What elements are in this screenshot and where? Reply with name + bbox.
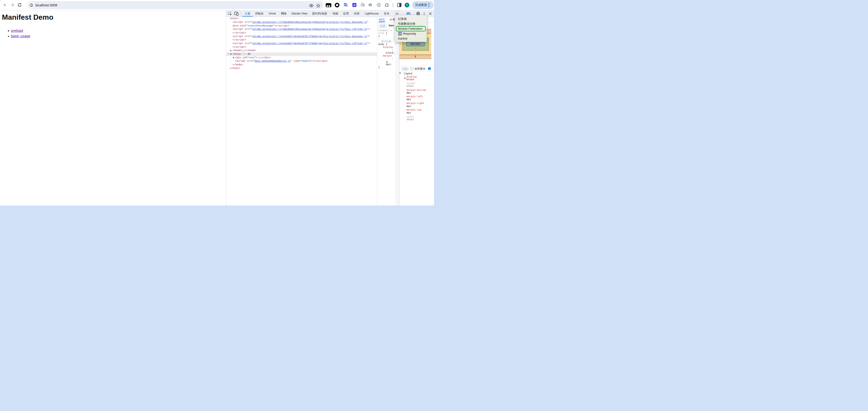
svg-text:⌘: ⌘	[377, 3, 380, 6]
svg-text:G: G	[344, 3, 346, 6]
